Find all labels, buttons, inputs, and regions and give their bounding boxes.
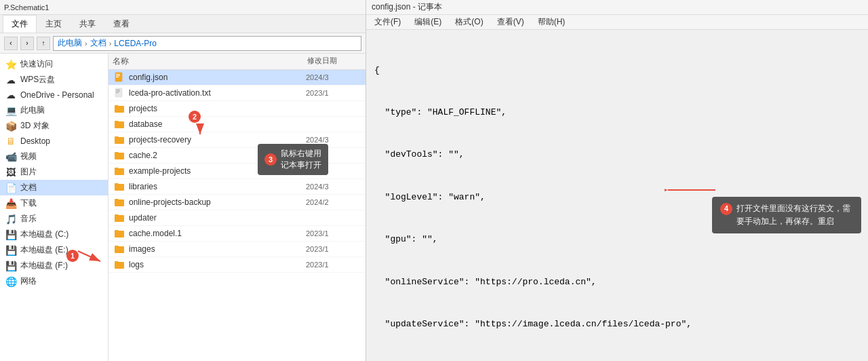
sidebar-label: 快速访问	[20, 58, 53, 70]
line-2: "type": "HALF_OFFLINE",	[374, 106, 860, 120]
sidebar-item-drive-f[interactable]: 💾 本地磁盘 (F:)	[0, 258, 108, 273]
sidebar-label: 本地磁盘 (F:)	[20, 260, 68, 271]
path-computer[interactable]: 此电脑	[58, 37, 82, 49]
sidebar-item-pictures[interactable]: 🖼 图片	[0, 164, 108, 180]
file-name-libraries: libraries	[129, 182, 302, 191]
sidebar-item-desktop[interactable]: 🖥 Desktop	[0, 134, 108, 149]
folder-logs-icon	[114, 259, 125, 270]
address-path[interactable]: 此电脑 › 文档 › LCEDA-Pro	[53, 36, 361, 51]
file-item-online-backup[interactable]: online-projects-backup 2024/2	[108, 195, 366, 210]
file-item-cache-model[interactable]: cache.model.1 2023/1	[108, 226, 366, 242]
explorer-content: ⭐ 快速访问 ☁ WPS云盘 ☁ OneDrive - Personal 💻 此…	[0, 54, 366, 361]
file-name-config: config.json	[129, 73, 302, 82]
path-docs[interactable]: 文档	[90, 37, 106, 49]
onedrive-icon: ☁	[5, 90, 16, 100]
folder-updater-icon	[114, 212, 125, 223]
folder-recovery-icon	[114, 134, 125, 145]
notepad-title-text: config.json - 记事本	[372, 1, 442, 13]
sidebar-label: 网络	[20, 276, 37, 287]
drive-f-icon: 💾	[5, 261, 16, 271]
folder-projects-icon	[114, 103, 125, 114]
sidebar-item-3d[interactable]: 📦 3D 对象	[0, 118, 108, 134]
sidebar-item-wps[interactable]: ☁ WPS云盘	[0, 72, 108, 88]
file-item-database[interactable]: database	[108, 117, 366, 132]
video-icon: 📹	[5, 151, 16, 162]
pictures-icon: 🖼	[5, 167, 16, 178]
path-lceda[interactable]: LCEDA-Pro	[114, 39, 157, 48]
sidebar-item-quickaccess[interactable]: ⭐ 快速访问	[0, 56, 108, 72]
file-item-projects[interactable]: projects	[108, 101, 366, 117]
tab-home[interactable]: 主页	[37, 15, 71, 33]
file-name-updater: updater	[129, 213, 302, 223]
menu-file[interactable]: 文件(F)	[372, 16, 403, 28]
sidebar-label: 此电脑	[20, 104, 45, 116]
sidebar-item-music[interactable]: 🎵 音乐	[0, 211, 108, 227]
file-name-images: images	[129, 244, 302, 254]
file-date-images: 2023/1	[306, 245, 360, 253]
sidebar-label: 视频	[20, 151, 37, 162]
sidebar-label: 本地磁盘 (E:)	[20, 244, 68, 256]
svg-rect-6	[116, 91, 120, 92]
file-name-model: cache.model.1	[129, 229, 302, 238]
downloads-icon: 📥	[5, 198, 16, 209]
nav-forward[interactable]: ›	[20, 37, 34, 50]
folder-backup-icon	[114, 197, 125, 208]
drive-c-icon: 💾	[5, 229, 16, 240]
file-item-config[interactable]: config.json 2024/3	[108, 70, 366, 86]
file-name-backup: online-projects-backup	[129, 197, 302, 207]
network-icon: 🌐	[5, 276, 16, 287]
svg-rect-1	[116, 74, 120, 75]
file-date-model: 2023/1	[306, 229, 360, 238]
col-date-header[interactable]: 修改日期	[307, 56, 361, 67]
notepad-content[interactable]: { "type": "HALF_OFFLINE", "devTools": ""…	[366, 30, 868, 361]
menu-edit[interactable]: 编辑(E)	[412, 16, 444, 28]
file-item-images[interactable]: images 2023/1	[108, 242, 366, 257]
menu-view[interactable]: 查看(V)	[494, 16, 527, 28]
annotation-badge-1: 1	[66, 250, 79, 262]
file-date-config: 2024/3	[306, 73, 360, 81]
sidebar-label: OneDrive - Personal	[20, 90, 94, 100]
folder-images-icon	[114, 244, 125, 254]
sidebar-item-onedrive[interactable]: ☁ OneDrive - Personal	[0, 88, 108, 102]
sidebar-item-pc[interactable]: 💻 此电脑	[0, 102, 108, 118]
drive-e-icon: 💾	[5, 245, 16, 256]
file-item-libraries[interactable]: libraries 2024/3	[108, 179, 366, 195]
sidebar-label: 下载	[20, 197, 37, 209]
sidebar-item-network[interactable]: 🌐 网络	[0, 273, 108, 289]
menu-help[interactable]: 帮助(H)	[535, 16, 568, 28]
annotation-tooltip-4: 4 打开文件里面没有这行英文，需要手动加上，再保存。重启	[712, 197, 861, 233]
tab-file[interactable]: 文件	[3, 15, 37, 33]
nav-up[interactable]: ↑	[37, 37, 50, 50]
sidebar-item-docs[interactable]: 📄 文档	[0, 180, 108, 195]
line-3: "devTools": "",	[374, 148, 860, 162]
sidebar-label: 3D 对象	[20, 120, 50, 132]
line-6: "onlineService": "https://pro.lceda.cn",	[374, 276, 860, 290]
sidebar-item-video[interactable]: 📹 视频	[0, 149, 108, 164]
tab-share[interactable]: 共享	[71, 15, 104, 33]
folder-icon: 📦	[5, 121, 16, 132]
file-item-updater[interactable]: updater	[108, 210, 366, 226]
tab-view[interactable]: 查看	[104, 15, 138, 33]
sidebar-item-downloads[interactable]: 📥 下载	[0, 195, 108, 211]
sidebar-label: 本地磁盘 (C:)	[20, 229, 68, 240]
col-name-header[interactable]: 名称	[113, 56, 307, 67]
sidebar: ⭐ 快速访问 ☁ WPS云盘 ☁ OneDrive - Personal 💻 此…	[0, 54, 108, 361]
menu-format[interactable]: 格式(O)	[452, 16, 486, 28]
file-item-logs[interactable]: logs 2023/1	[108, 257, 366, 273]
svg-rect-3	[116, 77, 119, 77]
file-date-activation: 2023/1	[306, 89, 360, 97]
address-bar: ‹ › ↑ 此电脑 › 文档 › LCEDA-Pro	[0, 33, 366, 54]
music-icon: 🎵	[5, 214, 16, 225]
nav-back[interactable]: ‹	[4, 37, 18, 50]
explorer-titlebar: P.Schematic1	[0, 0, 366, 15]
sidebar-item-drive-c[interactable]: 💾 本地磁盘 (C:)	[0, 227, 108, 242]
file-item-activation[interactable]: lceda-pro-activation.txt 2023/1	[108, 86, 366, 101]
svg-rect-7	[116, 92, 119, 93]
line-7: "updateService": "https://image.lceda.cn…	[374, 318, 860, 332]
json-file-icon	[114, 72, 125, 83]
sidebar-item-drive-e[interactable]: 💾 本地磁盘 (E:)	[0, 242, 108, 258]
sidebar-label: 图片	[20, 166, 37, 178]
notepad-titlebar: config.json - 记事本	[366, 0, 868, 15]
annotation-tooltip-3: 3 鼠标右键用记本事打开	[258, 144, 328, 175]
sidebar-label: 音乐	[20, 213, 37, 225]
